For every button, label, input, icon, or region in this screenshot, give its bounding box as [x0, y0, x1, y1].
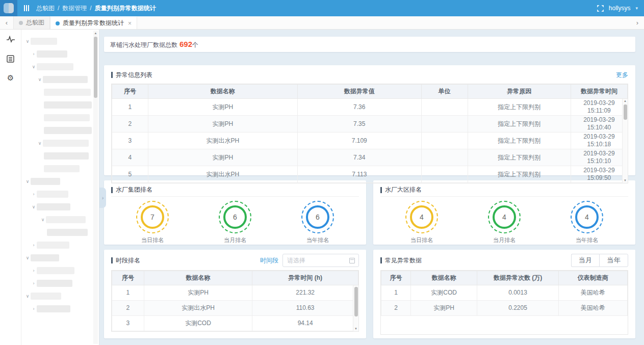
cell-reason: 指定上下限判别	[468, 116, 571, 132]
tree-node[interactable]: ∨	[31, 200, 92, 213]
tree-node[interactable]: ›	[31, 277, 92, 289]
plant-total-count: 692	[179, 40, 192, 48]
tree-node[interactable]	[44, 124, 92, 137]
scrollbar-thumb[interactable]	[94, 37, 97, 98]
tab-overview[interactable]: 总貌图	[13, 16, 50, 29]
chevron-right-icon[interactable]: ›	[31, 192, 37, 197]
cell-index: 3	[112, 316, 144, 331]
tree-scrollbar[interactable]: ▲	[93, 31, 98, 344]
scrollbar-thumb[interactable]	[624, 104, 627, 120]
app-logo[interactable]	[0, 0, 17, 16]
cell-index: 5	[112, 166, 148, 183]
scroll-up-icon[interactable]: ▲	[623, 99, 628, 103]
ranking-value: 6	[306, 205, 329, 229]
tree-node[interactable]: ∨	[31, 60, 92, 73]
tree-node[interactable]: ∨	[24, 35, 92, 47]
table-row[interactable]: 2实测出水PH110.63	[112, 301, 358, 316]
tree-node[interactable]	[44, 149, 92, 162]
table-scrollbar[interactable]: ▲ ▼	[622, 99, 628, 183]
username-label[interactable]: hollysys	[609, 5, 631, 12]
ranking-circle-yearly: 6 当年排名	[290, 201, 346, 244]
table-row[interactable]: 2实测PH0.2205美国哈希	[381, 301, 628, 316]
chevron-down-icon[interactable]: ∨	[24, 179, 31, 184]
fullscreen-icon[interactable]	[597, 5, 604, 12]
scroll-down-icon[interactable]: ▼	[623, 178, 628, 183]
panel-title: 时段排名	[116, 256, 140, 265]
tree-node[interactable]: ›	[31, 47, 92, 60]
chevron-down-icon[interactable]: ∨	[40, 217, 46, 222]
chevron-down-icon[interactable]: ∨	[31, 64, 37, 69]
ranking-value: 4	[493, 205, 516, 229]
cell-value: 7.109	[297, 132, 421, 149]
chevron-right-icon[interactable]: ›	[31, 51, 37, 57]
data-list-icon[interactable]	[5, 53, 16, 64]
chevron-down-icon[interactable]: ∨	[24, 39, 31, 44]
tree-node[interactable]	[44, 162, 92, 175]
tree-node[interactable]: ∨	[24, 289, 92, 302]
tree-node[interactable]: ›	[31, 302, 92, 315]
ranking-ring: 4	[571, 201, 603, 233]
table-scrollbar[interactable]: ▼	[353, 285, 358, 331]
tree-node[interactable]: ∨	[24, 251, 92, 264]
tree-node[interactable]	[44, 111, 92, 124]
chevron-down-icon[interactable]: ∨	[37, 141, 43, 146]
breadcrumb-item[interactable]: 总貌图	[36, 4, 55, 13]
table-row[interactable]: 2实测PH7.35指定上下限判别2019-03-29 15:10:40	[112, 116, 628, 132]
current-year-button[interactable]: 当年	[599, 254, 628, 267]
chevron-down-icon[interactable]: ∨	[37, 77, 43, 82]
chevron-right-icon[interactable]: ›	[31, 306, 37, 311]
breadcrumb: 总貌图 / 数据管理 / 质量判别异常数据统计	[36, 4, 156, 13]
tree-node[interactable]	[47, 226, 92, 238]
chevron-down-icon[interactable]: ∨	[24, 255, 31, 260]
user-menu-caret-icon[interactable]: ▾	[635, 6, 638, 11]
cell-reason: 指定上下限判别	[468, 166, 571, 183]
more-link[interactable]: 更多	[616, 71, 628, 79]
tabs-scroll-left-icon[interactable]: ‹	[0, 19, 13, 26]
top-header-bar: 总貌图 / 数据管理 / 质量判别异常数据统计 hollysys ▾	[0, 0, 644, 16]
tree-node[interactable]	[44, 98, 92, 111]
table-row[interactable]: 3实测COD94.14	[112, 316, 358, 331]
tree-node[interactable]	[44, 86, 92, 98]
sidebar-toggle-icon[interactable]	[24, 5, 29, 11]
table-row[interactable]: 3实测出水PH7.109指定上下限判别2019-03-29 15:10:18	[112, 132, 628, 149]
table-row[interactable]: 1实测COD0.0013美国哈希	[381, 285, 628, 301]
table-row[interactable]: 4实测PH7.34指定上下限判别2019-03-29 15:10:10	[112, 149, 628, 166]
cell-data-name: 实测出水PH	[148, 132, 297, 149]
time-range-picker[interactable]: 请选择	[282, 254, 359, 267]
breadcrumb-item[interactable]: 数据管理	[62, 4, 87, 13]
cell-data-name: 实测PH	[410, 301, 477, 316]
cell-count: 0.2205	[477, 301, 558, 316]
plant-region-ranking-panel: 水厂大区排名 4 当日排名 4 当月排名 4 当年排名	[373, 180, 635, 245]
trend-pulse-icon[interactable]	[5, 34, 16, 45]
tree-node[interactable]: ∨	[37, 137, 92, 149]
tree-node[interactable]: ›	[31, 264, 92, 277]
tree-node[interactable]: ›	[31, 238, 92, 251]
scrollbar-thumb[interactable]	[354, 287, 358, 316]
tree-node[interactable]: ∨	[40, 213, 92, 226]
chevron-right-icon[interactable]: ›	[31, 243, 37, 248]
scroll-down-icon[interactable]: ▼	[353, 327, 358, 331]
chevron-right-icon[interactable]: ›	[31, 281, 37, 286]
table-row[interactable]: 1实测PH221.32	[112, 285, 358, 301]
tree-node[interactable]: ∨	[24, 175, 92, 188]
tabs-scroll-right-icon[interactable]: ›	[631, 16, 644, 29]
panel-title: 常见异常数据	[385, 256, 422, 265]
column-header: 数据异常时间	[571, 85, 627, 99]
tree-node[interactable]: ›	[31, 188, 92, 200]
tab-quality-abnormal-stats[interactable]: 质量判别异常数据统计 ×	[50, 16, 137, 29]
tree-collapse-handle[interactable]: ›	[99, 188, 106, 208]
settings-gear-icon[interactable]: ⚙	[5, 72, 16, 84]
chevron-right-icon[interactable]: ›	[31, 268, 37, 273]
chevron-down-icon[interactable]: ∨	[24, 294, 31, 299]
current-month-button[interactable]: 当月	[571, 254, 600, 267]
ranking-label: 当年排名	[576, 236, 598, 244]
chevron-down-icon[interactable]: ∨	[31, 204, 37, 209]
table-row[interactable]: 5实测出水PH7.113指定上下限判别2019-03-29 15:09:50	[112, 166, 628, 183]
ranking-ring: 4	[488, 201, 521, 233]
tab-close-icon[interactable]: ×	[128, 20, 132, 27]
table-row[interactable]: 1实测PH7.36指定上下限判别2019-03-29 15:11:09	[112, 99, 628, 116]
title-accent-bar	[111, 72, 113, 78]
cell-reason: 指定上下限判别	[468, 132, 571, 149]
scroll-up-icon[interactable]: ▲	[93, 31, 98, 36]
tree-node[interactable]: ∨	[37, 73, 92, 86]
